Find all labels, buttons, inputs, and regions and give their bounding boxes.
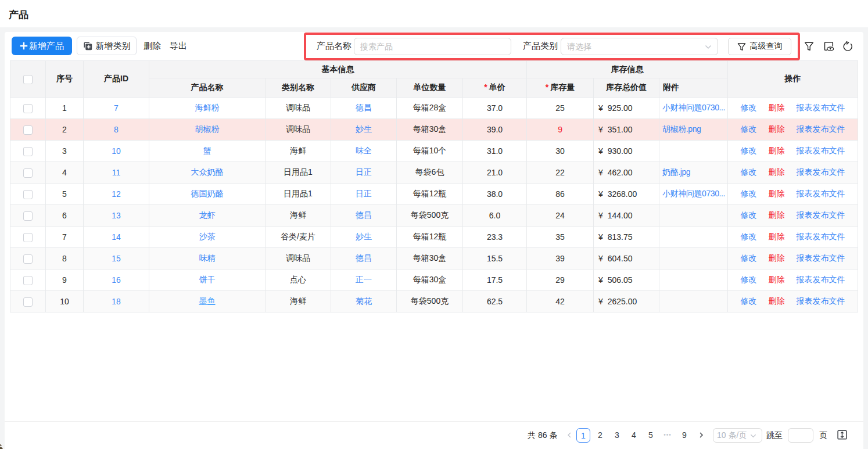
report-link[interactable]: 报表发布文件 (797, 146, 845, 155)
add-product-button[interactable]: 新增产品 (12, 37, 72, 55)
product-name-link[interactable]: 沙茶 (199, 232, 216, 241)
edit-link[interactable]: 修改 (741, 296, 757, 306)
page-number-button[interactable]: 4 (627, 428, 641, 443)
row-checkbox[interactable] (23, 276, 33, 285)
delete-link[interactable]: 删除 (769, 103, 785, 112)
row-checkbox[interactable] (23, 297, 33, 307)
page-number-button[interactable]: 5 (644, 428, 658, 443)
row-checkbox[interactable] (23, 125, 33, 135)
product-category-select[interactable]: 请选择 (561, 38, 718, 55)
report-link[interactable]: 报表发布文件 (797, 103, 845, 112)
total-value-cell: ¥ 813.75 (594, 227, 659, 248)
product-name-link[interactable]: 饼干 (199, 275, 216, 284)
attachment-link[interactable]: 胡椒粉.png (662, 124, 701, 134)
product-id-link[interactable]: 15 (112, 254, 121, 263)
attachment-cell (659, 227, 728, 248)
product-name-link[interactable]: 胡椒粉 (195, 124, 220, 134)
delete-link[interactable]: 删除 (769, 146, 785, 155)
row-checkbox[interactable] (23, 168, 33, 178)
delete-link[interactable]: 删除 (769, 232, 785, 241)
product-name-search-input[interactable] (354, 38, 511, 55)
add-category-button[interactable]: 新增类别 (77, 37, 137, 55)
report-link[interactable]: 报表发布文件 (797, 275, 845, 284)
attachment-link[interactable]: 小财神问题0730... (662, 189, 725, 198)
jump-page-input[interactable] (788, 428, 813, 443)
product-name-link[interactable]: 墨鱼 (199, 296, 216, 306)
page-size-select[interactable]: 10 条/页 (713, 428, 762, 443)
page-number-button[interactable]: 9 (677, 428, 691, 443)
edit-link[interactable]: 修改 (741, 167, 757, 177)
edit-link[interactable]: 修改 (741, 189, 757, 198)
id-cell: 14 (84, 227, 149, 248)
delete-link[interactable]: 删除 (769, 124, 785, 134)
page-number-button[interactable]: 3 (610, 428, 624, 443)
filter-icon[interactable] (804, 41, 814, 51)
report-link[interactable]: 报表发布文件 (797, 124, 845, 134)
export-button[interactable]: 导出 (170, 37, 187, 55)
product-id-link[interactable]: 10 (112, 146, 121, 156)
report-link[interactable]: 报表发布文件 (797, 167, 845, 177)
product-id-link[interactable]: 14 (112, 232, 121, 242)
report-link[interactable]: 报表发布文件 (797, 296, 845, 306)
delete-link[interactable]: 删除 (769, 296, 785, 306)
product-id-link[interactable]: 7 (114, 103, 119, 113)
product-name-link[interactable]: 龙虾 (199, 210, 216, 220)
supplier-link[interactable]: 菊花 (356, 296, 372, 306)
advanced-query-button[interactable]: 高级查询 (728, 38, 791, 55)
edit-link[interactable]: 修改 (741, 210, 757, 220)
product-id-link[interactable]: 12 (112, 189, 121, 199)
product-id-link[interactable]: 16 (112, 275, 121, 285)
edit-link[interactable]: 修改 (741, 146, 757, 155)
supplier-link[interactable]: 正一 (356, 275, 372, 284)
product-name-link[interactable]: 大众奶酪 (191, 167, 224, 177)
select-all-checkbox[interactable] (23, 75, 33, 84)
product-id-link[interactable]: 8 (114, 125, 119, 134)
delete-link[interactable]: 删除 (769, 167, 785, 177)
product-name-link[interactable]: 德国奶酪 (191, 189, 224, 198)
delete-link[interactable]: 删除 (769, 275, 785, 284)
product-name-link[interactable]: 蟹 (203, 146, 211, 155)
row-checkbox[interactable] (23, 190, 33, 199)
report-link[interactable]: 报表发布文件 (797, 232, 845, 241)
product-name-link[interactable]: 味精 (199, 253, 216, 263)
edit-link[interactable]: 修改 (741, 253, 757, 263)
row-checkbox[interactable] (23, 211, 33, 221)
report-link[interactable]: 报表发布文件 (797, 253, 845, 263)
delete-link[interactable]: 删除 (769, 253, 785, 263)
supplier-link[interactable]: 妙生 (356, 232, 372, 241)
edit-link[interactable]: 修改 (741, 124, 757, 134)
supplier-link[interactable]: 德昌 (356, 253, 372, 263)
report-link[interactable]: 报表发布文件 (797, 210, 845, 220)
supplier-link[interactable]: 日正 (356, 167, 372, 177)
row-checkbox[interactable] (23, 104, 33, 113)
supplier-link[interactable]: 妙生 (356, 124, 372, 134)
product-name-link[interactable]: 海鲜粉 (195, 103, 220, 112)
edit-link[interactable]: 修改 (741, 275, 757, 284)
report-link[interactable]: 报表发布文件 (797, 189, 845, 198)
supplier-link[interactable]: 味全 (356, 146, 372, 155)
page-number-button[interactable]: 2 (593, 428, 607, 443)
supplier-link[interactable]: 德昌 (356, 210, 372, 220)
delete-button[interactable]: 删除 (144, 37, 161, 55)
next-page-button[interactable] (697, 428, 705, 443)
delete-link[interactable]: 删除 (769, 210, 785, 220)
edit-link[interactable]: 修改 (741, 232, 757, 241)
unit-cell: 每袋6包 (397, 162, 463, 184)
refresh-icon[interactable] (843, 41, 853, 51)
supplier-link[interactable]: 德昌 (356, 103, 372, 112)
attachment-link[interactable]: 奶酪.jpg (662, 167, 690, 177)
supplier-link[interactable]: 日正 (356, 189, 372, 198)
row-checkbox[interactable] (23, 254, 33, 264)
prev-page-button[interactable] (565, 428, 573, 443)
row-height-icon[interactable] (837, 430, 847, 440)
attachment-link[interactable]: 小财神问题0730... (662, 103, 725, 112)
product-id-link[interactable]: 11 (112, 168, 121, 177)
product-id-link[interactable]: 13 (112, 211, 121, 220)
row-checkbox[interactable] (23, 147, 33, 156)
edit-link[interactable]: 修改 (741, 103, 757, 112)
product-id-link[interactable]: 18 (112, 297, 121, 306)
page-number-button[interactable]: 1 (576, 428, 590, 443)
custom-columns-icon[interactable] (824, 41, 834, 51)
row-checkbox[interactable] (23, 233, 33, 242)
delete-link[interactable]: 删除 (769, 189, 785, 198)
